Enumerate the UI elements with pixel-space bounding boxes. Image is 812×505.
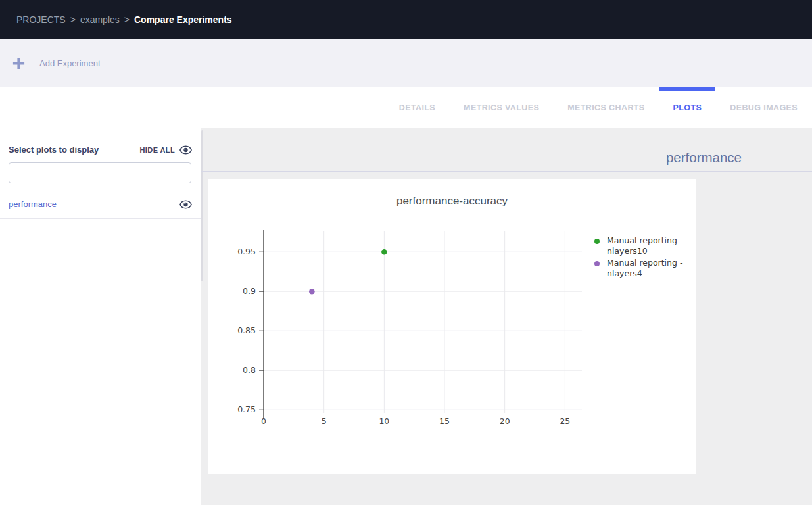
svg-text:10: 10 (379, 416, 389, 426)
plot-item-label: performance (9, 199, 57, 209)
add-experiment-label: Add Experiment (39, 59, 101, 68)
chart-legend: Manual reporting - nlayers10Manual repor… (594, 235, 686, 280)
legend-label: Manual reporting - nlayers4 (607, 258, 684, 279)
breadcrumb-separator: > (70, 14, 76, 25)
plot-svg[interactable]: 0.750.80.850.90.950510152025 (208, 179, 696, 474)
tab-bar: DETAILS METRICS VALUES METRICS CHARTS PL… (0, 87, 812, 128)
svg-text:25: 25 (560, 416, 570, 426)
plots-sidebar: Select plots to display HIDE ALL perform… (0, 128, 201, 505)
legend-entry[interactable]: Manual reporting - nlayers10 (594, 235, 686, 256)
legend-marker-icon (594, 261, 600, 266)
breadcrumb-examples[interactable]: examples (80, 14, 120, 25)
legend-marker-icon (594, 239, 600, 244)
top-navbar: PROJECTS > examples > Compare Experiment… (0, 0, 812, 39)
plots-panel: performance 0.750.80.850.90.950510152025… (201, 128, 812, 505)
sidebar-title: Select plots to display (9, 145, 99, 155)
legend-entry[interactable]: Manual reporting - nlayers4 (594, 258, 686, 279)
plot-group-title: performance (666, 150, 742, 166)
breadcrumb-separator: > (124, 14, 130, 25)
svg-text:0: 0 (261, 416, 266, 426)
tab-plots[interactable]: PLOTS (673, 87, 702, 128)
eye-icon[interactable] (179, 200, 192, 209)
svg-text:5: 5 (322, 416, 327, 426)
eye-icon (179, 145, 192, 155)
tab-details[interactable]: DETAILS (399, 87, 435, 128)
svg-text:0.9: 0.9 (243, 286, 256, 296)
tab-metrics-values[interactable]: METRICS VALUES (464, 87, 539, 128)
toolbar: Add Experiment (0, 39, 812, 87)
breadcrumb-projects[interactable]: PROJECTS (16, 14, 66, 25)
svg-text:15: 15 (439, 416, 450, 426)
tab-debug-images[interactable]: DEBUG IMAGES (730, 87, 798, 128)
tab-metrics-charts[interactable]: METRICS CHARTS (567, 87, 644, 128)
plus-icon (12, 57, 26, 70)
hide-all-label: HIDE ALL (139, 146, 175, 154)
content-area: Select plots to display HIDE ALL perform… (0, 128, 812, 505)
svg-text:0.8: 0.8 (243, 365, 256, 375)
svg-text:0.75: 0.75 (237, 404, 256, 414)
hide-all-button[interactable]: HIDE ALL (139, 145, 192, 155)
svg-text:0.95: 0.95 (237, 247, 256, 256)
plot-filter-input[interactable] (9, 162, 191, 183)
add-experiment-button[interactable]: Add Experiment (12, 57, 101, 70)
svg-text:0.85: 0.85 (237, 325, 256, 335)
legend-label: Manual reporting - nlayers10 (607, 235, 684, 256)
chart-card: 0.750.80.850.90.950510152025 performance… (208, 179, 696, 474)
svg-text:20: 20 (500, 416, 510, 426)
plot-group-header: performance (201, 128, 812, 172)
breadcrumb: PROJECTS > examples > Compare Experiment… (16, 14, 232, 25)
chart-title: performance-accuracy (208, 195, 696, 208)
sidebar-item-performance[interactable]: performance (0, 199, 201, 219)
breadcrumb-current-page: Compare Experiments (134, 14, 232, 25)
